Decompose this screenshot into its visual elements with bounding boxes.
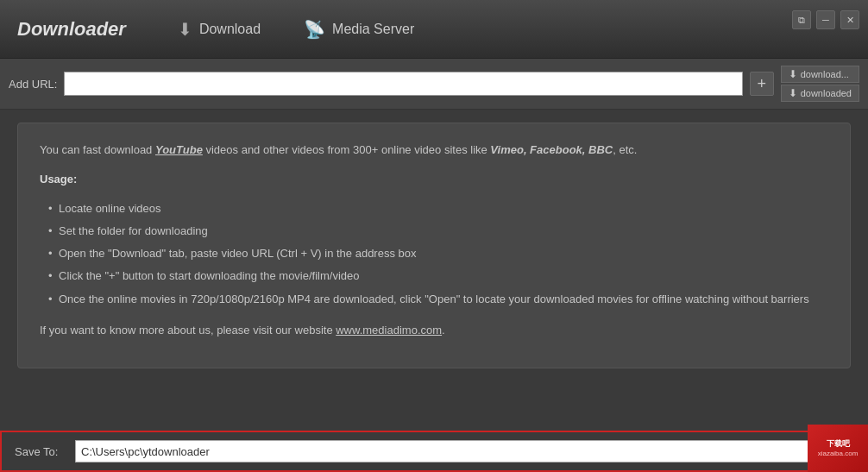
website-link[interactable]: www.mediadimo.com (336, 324, 442, 337)
footer-text-after: . (442, 324, 445, 337)
downloaded-list-button[interactable]: ⬇ downloaded (781, 85, 859, 102)
usage-list: Locate online videos Set the folder for … (40, 199, 828, 308)
downloaded-list-icon: ⬇ (789, 87, 797, 99)
intro-text-before: You can fast download (40, 143, 155, 156)
download-list-icon: ⬇ (789, 68, 797, 80)
save-path-input[interactable] (75, 440, 853, 463)
sites-text: Vimeo, Facebook, BBC (490, 143, 613, 156)
window-controls: ⧉ ─ ✕ (792, 10, 859, 29)
info-box: You can fast download YouTube videos and… (17, 123, 851, 368)
youtube-link[interactable]: YouTube (155, 143, 203, 156)
add-url-button[interactable]: + (750, 72, 774, 96)
save-label: Save To: (15, 445, 66, 458)
media-server-tab-icon: 📡 (304, 19, 325, 40)
titlebar: Downloader ⬇ Download 📡 Media Server ⧉ ─… (0, 0, 868, 59)
usage-item-3: Open the "Download" tab, paste video URL… (48, 244, 828, 263)
usage-item-5: Once the online movies in 720p/1080p/216… (48, 290, 828, 309)
minimize-button[interactable]: ─ (816, 10, 835, 29)
url-label: Add URL: (9, 78, 57, 91)
sidebar-buttons: ⬇ download... ⬇ downloaded (781, 66, 859, 102)
save-bar: Save To: (0, 431, 868, 472)
intro-paragraph: You can fast download YouTube videos and… (40, 141, 828, 160)
tab-download-label: Download (199, 22, 261, 37)
tab-media-server-label: Media Server (332, 22, 414, 37)
restore-button[interactable]: ⧉ (792, 10, 811, 29)
tab-media-server[interactable]: 📡 Media Server (286, 12, 431, 47)
usage-item-2: Set the folder for downloading (48, 222, 828, 241)
footer-text-before: If you want to know more about us, pleas… (40, 324, 336, 337)
nav-tabs: ⬇ Download 📡 Media Server (160, 12, 431, 47)
footer-paragraph: If you want to know more about us, pleas… (40, 321, 828, 340)
usage-item-1: Locate online videos (48, 199, 828, 218)
usage-item-4: Click the "+" button to start downloadin… (48, 267, 828, 286)
url-bar: Add URL: + ⬇ download... ⬇ downloaded (0, 59, 868, 110)
download-list-button[interactable]: ⬇ download... (781, 66, 859, 83)
watermark: 下载吧 xiazaiba.com (808, 425, 868, 472)
watermark-text-line1: 下载吧 (827, 439, 850, 450)
download-list-label: download... (801, 69, 849, 79)
tab-download[interactable]: ⬇ Download (160, 12, 278, 47)
intro-text-after: videos and other videos from 300+ online… (203, 143, 491, 156)
downloaded-list-label: downloaded (801, 88, 852, 98)
close-button[interactable]: ✕ (840, 10, 859, 29)
download-tab-icon: ⬇ (178, 19, 192, 40)
app-title: Downloader (9, 18, 135, 41)
url-input[interactable] (64, 72, 742, 96)
intro-end: , etc. (613, 143, 637, 156)
usage-title: Usage: (40, 170, 828, 189)
watermark-text-line2: xiazaiba.com (818, 450, 859, 457)
